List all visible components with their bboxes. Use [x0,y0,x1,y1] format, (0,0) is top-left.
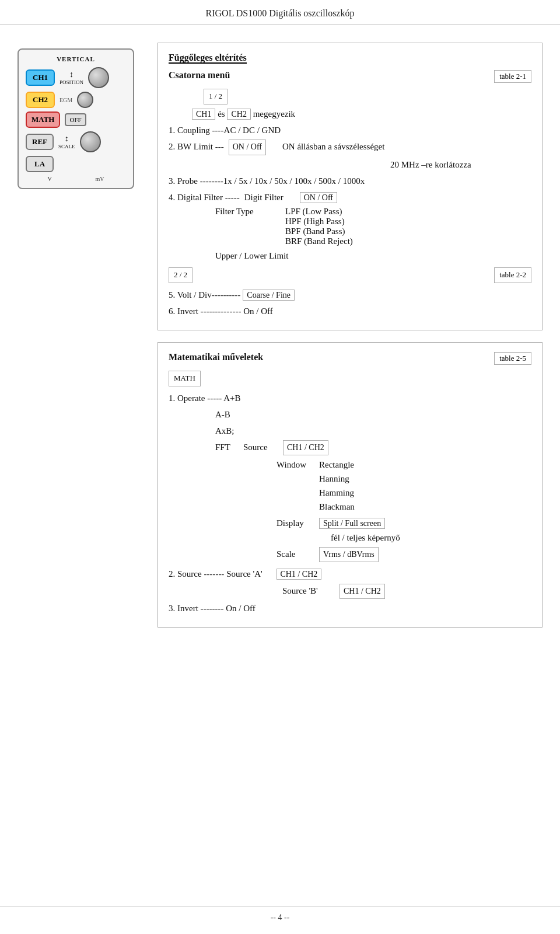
filter-hpf: HPF (High Pass) [285,217,531,226]
invert3-label: 3. Invert -------- [169,604,224,613]
fraction1-badge: 1 / 2 [204,89,228,104]
source2-b-value-box: CH1 / CH2 [340,584,385,599]
math-badge-row: MATH [169,371,531,386]
fft-label: FFT [169,440,239,455]
scale-row: Scale Vrms / dBVrms [169,547,531,562]
bw-limit-row: 2. BW Limit --- ON / Off ON állásban a s… [169,140,531,155]
probe-value: 1x / 5x / 10x / 50x / 100x / 500x / 1000… [223,176,365,186]
page-number: -- 4 -- [271,913,290,922]
display-label: Display [276,516,314,544]
volt-label: 5. Volt / Div---------- [169,290,241,299]
window-rectangle: Rectangle [319,458,355,472]
operate-aminus-row: A-B [169,407,531,421]
ch1-ch2-line: CH1 és CH2 CH1 és CH2 megegyezik megegye… [169,107,531,121]
source2-a-text: Source 'A' [226,569,262,578]
filter-brf: BRF (Band Reject) [285,236,531,246]
display-desc: fél / teljes képernyő [319,531,400,545]
source2-row: 2. Source ------- Source 'A' CH1 / CH2 [169,567,531,581]
math-badge: MATH [169,371,201,386]
mv-unit: mV [96,176,104,182]
scale-knob[interactable] [80,131,101,152]
position-label: POSITION [60,79,83,85]
units-row: V mV [26,176,126,182]
page-footer: -- 4 -- [0,907,560,922]
csatorna-header-row: Csatorna menü table 2-1 [169,70,531,83]
v-unit: V [47,176,51,182]
source-value-box: CH1 / CH2 [283,440,328,455]
operate-aplusb: A+B [223,393,240,403]
megegyezik-label: megegyezik [253,109,295,119]
upper-lower-text: Upper / Lower Limit [215,251,288,260]
ch2-knob[interactable] [77,92,93,108]
ch1-button[interactable]: CH1 [26,69,55,86]
fraction1-row: 1 / 2 [169,89,531,104]
csatorna-menu-label: Csatorna menü [169,70,230,81]
ch2-button[interactable]: CH2 [26,92,55,108]
coupling-value: AC / DC / GND [224,126,281,135]
operate-label: 1. Operate ----- [169,393,222,403]
scale-value-box: Vrms / dBVrms [319,547,379,562]
coupling-row: 1. Coupling ----AC / DC / GND [169,123,531,137]
digital-value1: Digit Filter [244,190,284,204]
oscilloscope-diagram: VERTICAL CH1 ↕ POSITION CH2 EGM MATH OFF [18,48,134,189]
digital-filter-row: 4. Digital Filter ----- Digit Filter ON … [169,190,531,204]
invert3-row: 3. Invert -------- On / Off [169,601,531,615]
digital-label: 4. Digital Filter ----- [169,190,240,204]
scale-icon: ↕ SCALE [58,134,75,149]
off-button[interactable]: OFF [65,113,86,126]
ch1-position-knob[interactable] [88,67,109,88]
section-fuggoleges: Függőleges eltérítés Csatorna menü table… [158,43,542,330]
operate-axb: AxB; [215,426,235,435]
display-values: Split / Full screen fél / teljes képerny… [319,516,400,544]
table-badge-22: table 2-2 [494,267,531,283]
window-label: Window [276,458,314,514]
section-matematikai: Matematikai műveletek table 2-5 MATH 1. … [158,342,542,628]
right-panel: Függőleges eltérítés Csatorna menü table… [152,43,542,639]
digital-on-off-box: ON / Off [300,192,337,203]
source2-a-value-box: CH1 / CH2 [276,569,322,580]
ch2-box: CH2 [227,109,250,120]
bw-desc2: 20 MHz –re korlátozza [390,160,471,169]
probe-row: 3. Probe --------1x / 5x / 10x / 50x / 1… [169,174,531,188]
egm-label: EGM [60,97,72,103]
display-value-box: Split / Full screen [319,518,385,529]
scale-label-math: Scale [276,547,314,562]
la-button[interactable]: LA [26,156,54,172]
ref-button[interactable]: REF [26,134,54,150]
window-values: Rectangle Hanning Hamming Blackman [319,458,355,514]
position-icon: ↕ POSITION [60,70,83,85]
vertical-label: VERTICAL [26,55,126,62]
invert3-value: On / Off [226,604,256,613]
operate-axb-row: AxB; [169,424,531,438]
volt-div-row: 5. Volt / Div---------- Coarse / Fine [169,288,531,302]
window-hanning: Hanning [319,472,355,486]
operate-row: 1. Operate ----- A+B [169,391,531,405]
filter-type-values: LPF (Low Pass) HPF (High Pass) BPF (Band… [285,207,531,246]
ch1-box: CH1 [192,109,215,120]
bw-on-off-box: ON / Off [229,140,266,155]
es-text: és [218,109,227,119]
header-title: RIGOL DS1000 Digitális oszcilloszkóp [206,8,355,18]
section1-title: Függőleges eltérítés [169,53,247,64]
oscilloscope-diagram-panel: VERTICAL CH1 ↕ POSITION CH2 EGM MATH OFF [12,43,140,639]
filter-type-row: Filter Type LPF (Low Pass) HPF (High Pas… [169,207,531,246]
table-badge-21: table 2-1 [494,70,531,83]
display-row: Display Split / Full screen fél / teljes… [169,516,531,544]
source2-label: 2. Source ------- [169,569,224,578]
filter-bpf: BPF (Band Pass) [285,226,531,236]
source-label: Source [243,440,278,455]
invert-row: 6. Invert -------------- On / Off [169,304,531,318]
window-hamming: Hamming [319,486,355,500]
filter-lpf: LPF (Low Pass) [285,207,531,217]
digital-on-off: ON / Off [288,190,337,204]
probe-label: 3. Probe -------- [169,176,223,186]
upper-lower-row: Upper / Lower Limit [169,249,531,263]
math-section-title: Matematikai műveletek [169,352,263,363]
filter-type-label: Filter Type [169,207,285,246]
math-header-row: Matematikai műveletek table 2-5 [169,352,531,365]
math-button[interactable]: MATH [26,111,60,128]
fraction2-badge: 2 / 2 [169,267,192,283]
volt-value-box: Coarse / Fine [243,290,295,301]
source2-b-row: Source 'B' CH1 / CH2 [169,584,531,599]
window-row: Window Rectangle Hanning Hamming Blackma… [169,458,531,514]
